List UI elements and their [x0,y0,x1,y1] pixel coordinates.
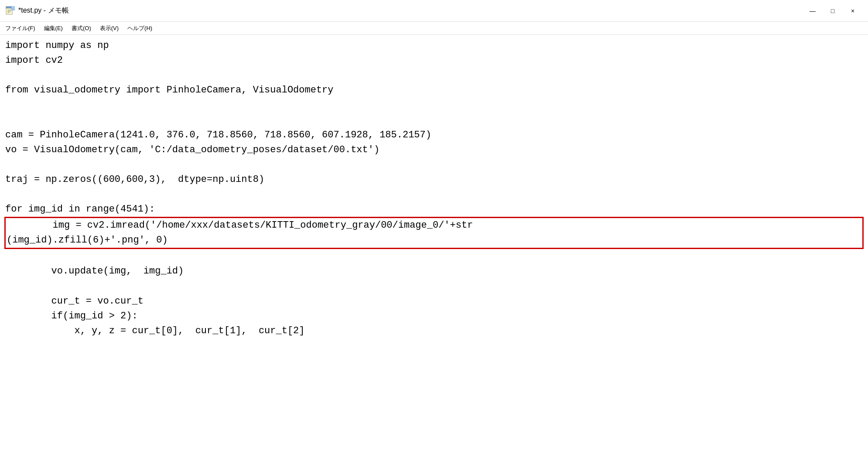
maximize-button[interactable]: □ [823,4,843,18]
code-line-10: traj = np.zeros((600,600,3), dtype=np.ui… [5,172,863,187]
code-line-1: import numpy as np [5,38,863,53]
menu-format[interactable]: 書式(O) [68,24,95,33]
code-line-6 [5,113,863,127]
code-line-17 [5,279,863,294]
highlighted-code-block: img = cv2.imread('/home/xxx/datasets/KIT… [5,217,863,249]
menu-bar: ファイル(F) 編集(E) 書式(O) 表示(V) ヘルプ(H) [0,22,868,35]
menu-help[interactable]: ヘルプ(H) [124,24,156,33]
editor-area[interactable]: import numpy as np import cv2 from visua… [0,35,868,475]
close-button[interactable]: × [843,4,863,18]
title-bar-left: *test.py - メモ帳 [5,6,69,16]
code-line-12: for img_id in range(4541): [5,202,863,217]
code-line-8: vo = VisualOdometry(cam, 'C:/data_odomet… [5,143,863,157]
code-line-4: from visual_odometry import PinholeCamer… [5,83,863,98]
code-line-16: vo.update(img, img_id) [5,264,863,279]
code-line-14: (img_id).zfill(6)+'.png', 0) [7,233,861,248]
code-line-3 [5,68,863,83]
code-line-9 [5,157,863,172]
code-line-7: cam = PinholeCamera(1241.0, 376.0, 718.8… [5,128,863,143]
notepad-icon [5,6,15,16]
code-line-2: import cv2 [5,53,863,68]
code-line-13: img = cv2.imread('/home/xxx/datasets/KIT… [7,218,861,233]
menu-edit[interactable]: 編集(E) [41,24,66,33]
code-line-15 [5,249,863,264]
code-line-11 [5,187,863,202]
code-line-5 [5,98,863,113]
window-controls: — □ × [803,4,863,18]
menu-view[interactable]: 表示(V) [96,24,122,33]
window-title: *test.py - メモ帳 [18,6,69,15]
code-line-20: x, y, z = cur_t[0], cur_t[1], cur_t[2] [5,324,863,338]
code-line-19: if(img_id > 2): [5,309,863,324]
minimize-button[interactable]: — [803,4,823,18]
title-bar: *test.py - メモ帳 — □ × [0,0,868,22]
menu-file[interactable]: ファイル(F) [2,24,39,33]
code-line-18: cur_t = vo.cur_t [5,294,863,309]
